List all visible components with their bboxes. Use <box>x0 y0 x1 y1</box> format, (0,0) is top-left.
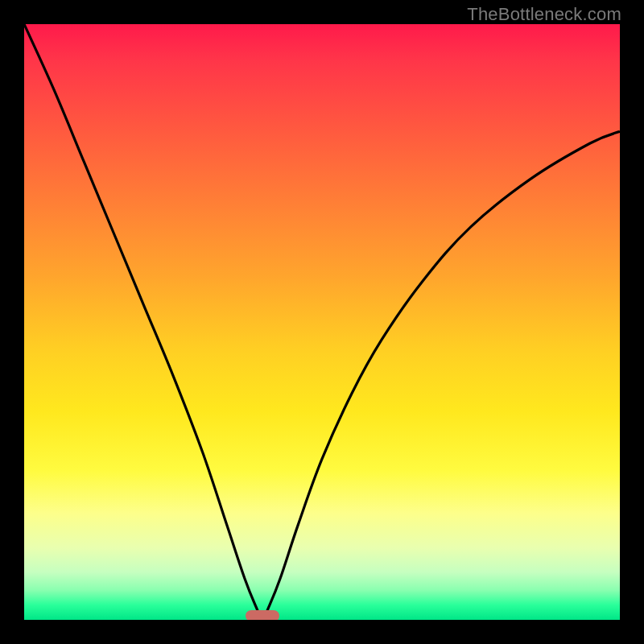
bottleneck-curve-path <box>24 24 620 620</box>
chart-plot-area <box>24 24 620 620</box>
bottleneck-curve <box>24 24 620 620</box>
attribution-text: TheBottleneck.com <box>467 4 621 25</box>
optimal-point-marker <box>246 610 279 620</box>
